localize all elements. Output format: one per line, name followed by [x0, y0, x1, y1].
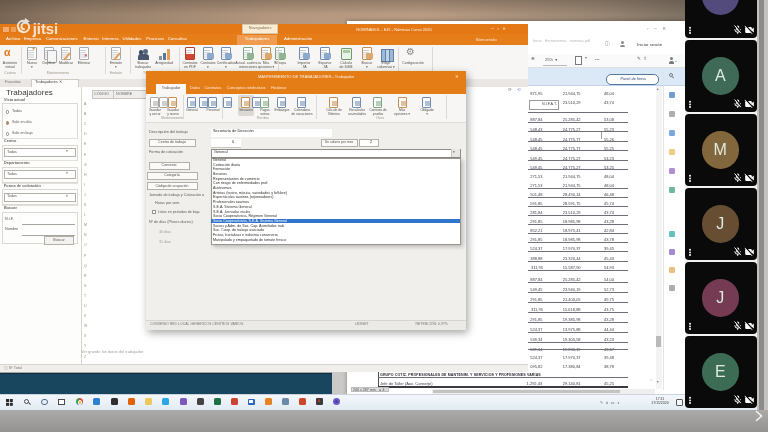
- svg-text:jitsi: jitsi: [32, 21, 59, 37]
